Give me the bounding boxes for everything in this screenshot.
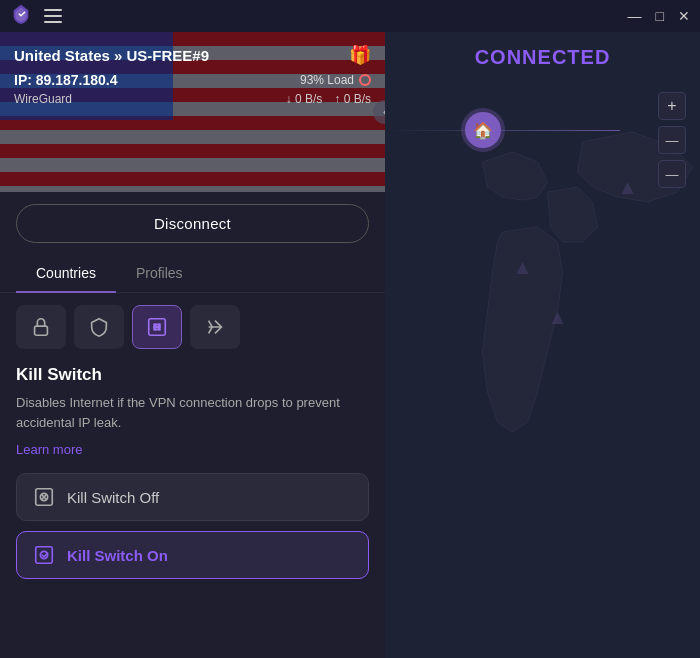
zoom-out-button-1[interactable]: — [658, 126, 686, 154]
load-badge: 93% Load [300, 73, 371, 87]
vpn-header: United States » US-FREE#9 🎁 IP: 89.187.1… [0, 32, 385, 192]
protocol-label: WireGuard [14, 92, 72, 106]
upload-speed: ↑ 0 B/s [334, 92, 371, 106]
vpn-connection-line [385, 130, 620, 131]
kill-switch-off-button[interactable]: Kill Switch Off [16, 473, 369, 521]
window-controls: — □ ✕ [628, 9, 690, 23]
left-panel: United States » US-FREE#9 🎁 IP: 89.187.1… [0, 32, 385, 658]
netshield-icon-btn[interactable] [74, 305, 124, 349]
load-indicator [359, 74, 371, 86]
kill-switch-icon-btn[interactable] [132, 305, 182, 349]
connection-status: CONNECTED [475, 46, 611, 69]
home-location-marker: 🏠 [465, 112, 501, 148]
gift-icon[interactable]: 🎁 [349, 44, 371, 66]
protocol-row: WireGuard ↓ 0 B/s ↑ 0 B/s [14, 92, 371, 106]
titlebar: — □ ✕ [0, 0, 700, 32]
tab-countries[interactable]: Countries [16, 255, 116, 293]
tab-profiles[interactable]: Profiles [116, 255, 203, 293]
feature-content: Kill Switch Disables Internet if the VPN… [0, 361, 385, 658]
map-panel: CONNECTED 🏠 + — — [385, 32, 700, 658]
disconnect-button[interactable]: Disconnect [16, 204, 369, 243]
tab-bar: Countries Profiles [0, 255, 385, 293]
titlebar-left [10, 3, 64, 29]
learn-more-link[interactable]: Learn more [16, 442, 82, 457]
feature-title: Kill Switch [16, 365, 369, 385]
server-name: United States » US-FREE#9 [14, 47, 209, 64]
map-background [385, 32, 700, 658]
app-logo[interactable] [10, 3, 32, 29]
svg-rect-5 [36, 547, 53, 564]
zoom-out-button-2[interactable]: — [658, 160, 686, 188]
server-row: United States » US-FREE#9 🎁 [14, 44, 371, 66]
download-speed: ↓ 0 B/s [286, 92, 323, 106]
map-controls: + — — [658, 92, 686, 188]
zoom-in-button[interactable]: + [658, 92, 686, 120]
switch-options: Kill Switch Off Kill Switch On [16, 473, 369, 579]
ip-address: IP: 89.187.180.4 [14, 72, 118, 88]
kill-switch-on-button[interactable]: Kill Switch On [16, 531, 369, 579]
speed-info: ↓ 0 B/s ↑ 0 B/s [286, 92, 371, 106]
maximize-button[interactable]: □ [656, 9, 664, 23]
header-content: United States » US-FREE#9 🎁 IP: 89.187.1… [14, 44, 371, 106]
split-tunneling-icon-btn[interactable] [190, 305, 240, 349]
close-button[interactable]: ✕ [678, 9, 690, 23]
menu-button[interactable] [42, 7, 64, 25]
feature-icon-row [0, 293, 385, 361]
ip-row: IP: 89.187.180.4 93% Load [14, 72, 371, 88]
kill-switch-off-icon [33, 486, 55, 508]
main-layout: United States » US-FREE#9 🎁 IP: 89.187.1… [0, 32, 700, 658]
svg-rect-0 [35, 326, 48, 335]
minimize-button[interactable]: — [628, 9, 642, 23]
secure-core-icon-btn[interactable] [16, 305, 66, 349]
feature-description: Disables Internet if the VPN connection … [16, 393, 369, 432]
kill-switch-on-icon [33, 544, 55, 566]
disconnect-area: Disconnect [0, 192, 385, 255]
